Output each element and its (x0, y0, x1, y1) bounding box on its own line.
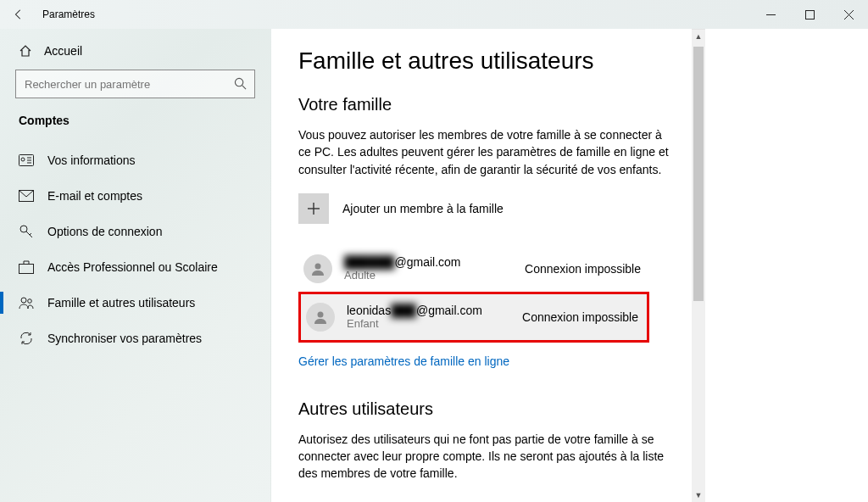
nav-sync-settings[interactable]: Synchroniser vos paramètres (0, 321, 270, 356)
manage-family-link[interactable]: Gérer les paramètres de famille en ligne (298, 354, 509, 368)
nav-label: Vos informations (47, 153, 136, 167)
back-button[interactable] (0, 0, 37, 29)
nav-label: Accès Professionnel ou Scolaire (47, 260, 218, 274)
nav-your-info[interactable]: Vos informations (0, 142, 270, 178)
redacted-text: ███ (391, 304, 416, 317)
category-heading: Comptes (0, 114, 270, 127)
svg-point-7 (21, 158, 25, 161)
close-button[interactable] (829, 0, 868, 29)
svg-point-12 (20, 226, 27, 232)
avatar-icon (306, 303, 335, 332)
close-icon (844, 10, 854, 20)
sidebar: Accueil Comptes Vos informations (0, 29, 271, 502)
titlebar: Paramètres (0, 0, 868, 29)
maximize-button[interactable] (790, 0, 829, 29)
nav-label: Synchroniser vos paramètres (47, 332, 202, 345)
member-email: ██████@gmail.com (344, 255, 525, 269)
page-title: Famille et autres utilisateurs (298, 47, 671, 75)
svg-rect-1 (805, 10, 814, 19)
other-users-title: Autres utilisateurs (298, 399, 671, 419)
svg-rect-15 (19, 265, 34, 274)
family-member-row-selected[interactable]: leonidas███@gmail.com Enfant Connexion i… (298, 292, 649, 343)
mail-icon (19, 190, 34, 202)
arrow-left-icon (13, 8, 25, 20)
nav-label: E-mail et comptes (47, 189, 142, 203)
family-member-row[interactable]: ██████@gmail.com Adulte Connexion imposs… (298, 246, 649, 292)
window-title: Paramètres (42, 8, 95, 20)
sync-icon (19, 331, 34, 346)
scrollbar-thumb[interactable] (693, 47, 704, 301)
add-family-member[interactable]: Ajouter un membre à la famille (298, 193, 671, 224)
briefcase-icon (19, 260, 34, 274)
svg-point-21 (318, 311, 324, 317)
vertical-scrollbar[interactable]: ▲ ▼ (692, 29, 705, 502)
member-status: Connexion impossible (522, 310, 638, 324)
nav-email-accounts[interactable]: E-mail et comptes (0, 178, 270, 214)
nav-signin-options[interactable]: Options de connexion (0, 214, 270, 249)
svg-line-5 (242, 86, 246, 89)
scroll-up-icon[interactable]: ▲ (692, 30, 705, 43)
maximize-icon (805, 10, 815, 20)
svg-point-4 (235, 78, 242, 86)
minimize-icon (766, 10, 776, 20)
main-content: Famille et autres utilisateurs Votre fam… (271, 29, 705, 498)
nav-family-users[interactable]: Famille et autres utilisateurs (0, 285, 270, 321)
svg-point-17 (28, 299, 32, 304)
search-icon (234, 77, 247, 93)
other-users-description: Autorisez des utilisateurs qui ne font p… (298, 431, 671, 482)
search-input[interactable] (15, 70, 255, 98)
family-section-title: Votre famille (298, 95, 671, 114)
plus-icon (298, 193, 329, 224)
id-card-icon (19, 154, 34, 166)
key-icon (19, 224, 34, 239)
member-role: Enfant (347, 317, 522, 330)
nav-label: Options de connexion (47, 225, 162, 238)
svg-line-14 (30, 233, 31, 235)
member-role: Adulte (344, 269, 525, 282)
family-description: Vous pouvez autoriser les membres de vot… (298, 126, 671, 178)
home-icon (19, 44, 32, 58)
home-label: Accueil (44, 44, 82, 58)
svg-line-13 (26, 231, 32, 237)
redacted-text: ██████ (344, 255, 395, 269)
people-icon (19, 296, 34, 310)
nav-label: Famille et autres utilisateurs (47, 296, 195, 310)
member-status: Connexion impossible (525, 262, 641, 276)
add-member-label: Ajouter un membre à la famille (342, 202, 504, 215)
svg-point-20 (315, 263, 321, 269)
home-link[interactable]: Accueil (0, 44, 270, 70)
svg-point-16 (21, 298, 26, 303)
member-email: leonidas███@gmail.com (347, 304, 522, 317)
minimize-button[interactable] (751, 0, 790, 29)
scroll-down-icon[interactable]: ▼ (692, 488, 705, 502)
nav-work-school[interactable]: Accès Professionnel ou Scolaire (0, 249, 270, 285)
avatar-icon (303, 254, 332, 283)
